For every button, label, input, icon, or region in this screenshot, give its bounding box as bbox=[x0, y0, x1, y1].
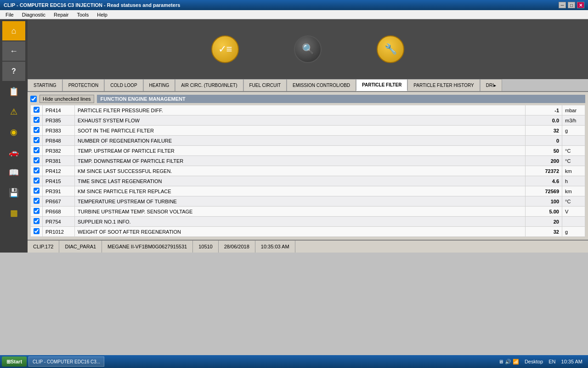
tray-desktop[interactable]: Desktop bbox=[523, 359, 545, 364]
row-checkbox-cell[interactable] bbox=[31, 146, 43, 156]
tray-time: 10:35 AM bbox=[560, 359, 584, 364]
tab-air-circ[interactable]: AIR CIRC. (TURBO/INLET) bbox=[175, 79, 243, 91]
row-checkbox[interactable] bbox=[34, 188, 40, 194]
menu-tools[interactable]: Tools bbox=[74, 11, 93, 18]
row-checkbox[interactable] bbox=[34, 228, 40, 234]
checklist-icon[interactable]: ✓≡ bbox=[211, 35, 239, 63]
row-checkbox[interactable] bbox=[34, 167, 40, 173]
row-checkbox[interactable] bbox=[34, 107, 40, 113]
table-row: PR415 TIME SINCE LAST REGENERATION 4.6 h bbox=[31, 176, 585, 186]
row-checkbox[interactable] bbox=[34, 208, 40, 214]
row-description: TEMP. UPSTREAM OF PARTICLE FILTER bbox=[75, 146, 526, 156]
row-checkbox-cell[interactable] bbox=[31, 176, 43, 186]
system-tray: 🖥 🔊 📶 Desktop EN 10:35 AM bbox=[497, 359, 586, 365]
row-unit bbox=[562, 136, 585, 146]
menu-help[interactable]: Help bbox=[93, 11, 111, 18]
row-checkbox-cell[interactable] bbox=[31, 156, 43, 166]
status-vehicle: MEGANE II-VF1BM0G0627915531 bbox=[102, 241, 193, 253]
tab-fuel-circuit[interactable]: FUEL CIRCUIT bbox=[243, 79, 287, 91]
minimize-button[interactable]: ─ bbox=[559, 2, 566, 8]
back-icon[interactable]: ← bbox=[2, 41, 25, 61]
row-checkbox-cell[interactable] bbox=[31, 186, 43, 196]
table-row: PR754 SUPPLIER NO.1 INFO. 20 bbox=[31, 217, 585, 227]
row-description: KM SINCE PARTICLE FILTER REPLACE bbox=[75, 186, 526, 196]
row-description: TEMP. DOWNSTREAM OF PARTICLE FILTER bbox=[75, 156, 526, 166]
data-table: PR414 PARTICLE FILTER PRESSURE DIFF. -1 … bbox=[30, 105, 585, 237]
row-checkbox[interactable] bbox=[34, 198, 40, 204]
row-value: 0 bbox=[526, 136, 562, 146]
active-window-button[interactable]: CLIP - COMPUTER EDC16 C3... bbox=[28, 356, 104, 367]
row-description: WEIGHT OF SOOT AFTER REGENERATION bbox=[75, 227, 526, 237]
maximize-button[interactable]: □ bbox=[568, 2, 575, 8]
table-row: PR667 TEMPERATURE UPSTREAM OF TURBINE 10… bbox=[31, 196, 585, 207]
row-checkbox[interactable] bbox=[34, 157, 40, 163]
start-button[interactable]: ⊞ Start bbox=[2, 356, 27, 367]
status-diac: DIAC_PARA1 bbox=[59, 241, 102, 253]
barcode-icon[interactable]: ▦ bbox=[2, 203, 25, 223]
row-checkbox-cell[interactable] bbox=[31, 105, 43, 115]
row-code: PR414 bbox=[43, 105, 75, 115]
row-unit: g bbox=[562, 126, 585, 136]
row-description: TURBINE UPSTREAM TEMP. SENSOR VOLTAGE bbox=[75, 207, 526, 217]
tray-language: EN bbox=[547, 359, 557, 364]
row-code: PR381 bbox=[43, 156, 75, 166]
row-checkbox[interactable] bbox=[34, 127, 40, 133]
disk-icon[interactable]: 💾 bbox=[2, 183, 25, 202]
row-checkbox[interactable] bbox=[34, 147, 40, 153]
row-checkbox-cell[interactable] bbox=[31, 115, 43, 126]
row-value: 32 bbox=[526, 126, 562, 136]
help-icon[interactable]: ? bbox=[2, 62, 25, 81]
row-checkbox-cell[interactable] bbox=[31, 227, 43, 237]
row-checkbox[interactable] bbox=[34, 137, 40, 143]
row-unit: °C bbox=[562, 196, 585, 207]
row-checkbox-cell[interactable] bbox=[31, 196, 43, 207]
row-checkbox-cell[interactable] bbox=[31, 207, 43, 217]
warning-icon[interactable]: ⚠ bbox=[2, 102, 25, 121]
row-value: 32 bbox=[526, 227, 562, 237]
row-description: KM SINCE LAST SUCCESSFUL REGEN. bbox=[75, 166, 526, 176]
row-unit: m3/h bbox=[562, 115, 585, 126]
home-icon[interactable]: ⌂ bbox=[2, 21, 25, 40]
book-icon[interactable]: 📖 bbox=[2, 163, 25, 182]
gauge-icon[interactable]: ◉ bbox=[2, 122, 25, 142]
row-checkbox-cell[interactable] bbox=[31, 126, 43, 136]
titlebar: CLIP - COMPUTER EDC16 C3 INJECTION - Rea… bbox=[0, 0, 588, 10]
tab-heating[interactable]: HEATING bbox=[143, 79, 175, 91]
document-icon[interactable]: 📋 bbox=[2, 82, 25, 101]
row-checkbox[interactable] bbox=[34, 218, 40, 224]
tab-emission-control[interactable]: EMISSION CONTROL/OBD bbox=[287, 79, 356, 91]
tab-protection[interactable]: PROTECTION bbox=[62, 79, 105, 91]
table-area: Hide unchecked lines FUNCTION ENGINE MAN… bbox=[28, 92, 588, 240]
row-code: PR1012 bbox=[43, 227, 75, 237]
row-unit: g bbox=[562, 227, 585, 237]
tab-particle-filter-history[interactable]: PARTICLE FILTER HISTORY bbox=[407, 79, 480, 91]
wrench-icon[interactable]: 🔧 bbox=[377, 35, 404, 63]
tab-particle-filter[interactable]: PARTICLE FILTER bbox=[356, 79, 407, 91]
tab-starting[interactable]: STARTING bbox=[28, 79, 62, 91]
tab-dri[interactable]: DRI▸ bbox=[480, 79, 502, 91]
main-area: ✓≡ 🔍 🔧 STARTING PROTECTION COLD LOOP HEA… bbox=[28, 19, 588, 253]
left-sidebar: ⌂ ← ? 📋 ⚠ ◉ 🚗 📖 💾 ▦ bbox=[0, 19, 28, 253]
row-description: SOOT IN THE PARTICLE FILTER bbox=[75, 126, 526, 136]
menu-file[interactable]: File bbox=[2, 11, 17, 18]
row-unit: mbar bbox=[562, 105, 585, 115]
row-checkbox-cell[interactable] bbox=[31, 166, 43, 176]
row-checkbox-cell[interactable] bbox=[31, 217, 43, 227]
row-checkbox[interactable] bbox=[34, 178, 40, 184]
row-value: 100 bbox=[526, 196, 562, 207]
hide-unchecked-checkbox[interactable] bbox=[30, 96, 37, 102]
car-icon[interactable]: 🚗 bbox=[2, 143, 25, 162]
row-description: TEMPERATURE UPSTREAM OF TURBINE bbox=[75, 196, 526, 207]
close-button[interactable]: ✕ bbox=[577, 2, 584, 8]
menubar: File Diagnostic Repair Tools Help bbox=[0, 10, 588, 19]
scan-icon[interactable]: 🔍 bbox=[294, 35, 322, 63]
menu-diagnostic[interactable]: Diagnostic bbox=[18, 11, 49, 18]
filter-bar: Hide unchecked lines FUNCTION ENGINE MAN… bbox=[30, 95, 585, 103]
menu-repair[interactable]: Repair bbox=[50, 11, 72, 18]
table-row: PR381 TEMP. DOWNSTREAM OF PARTICLE FILTE… bbox=[31, 156, 585, 166]
row-checkbox[interactable] bbox=[34, 117, 40, 123]
row-checkbox-cell[interactable] bbox=[31, 136, 43, 146]
row-value: -1 bbox=[526, 105, 562, 115]
tab-cold-loop[interactable]: COLD LOOP bbox=[104, 79, 143, 91]
table-row: PR1012 WEIGHT OF SOOT AFTER REGENERATION… bbox=[31, 227, 585, 237]
